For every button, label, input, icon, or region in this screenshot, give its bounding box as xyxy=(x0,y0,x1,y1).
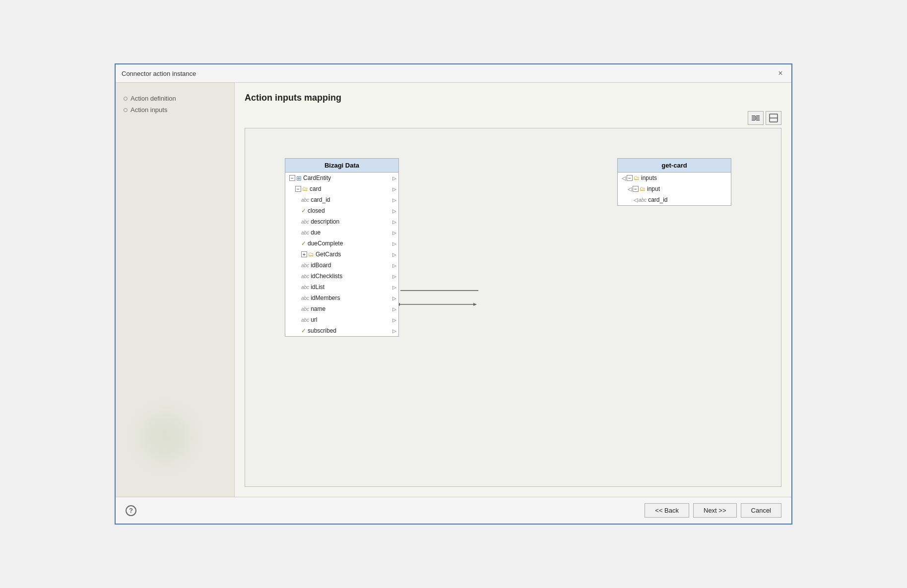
folder-icon: 🗂 xyxy=(634,175,640,181)
item-label: idMembers xyxy=(311,294,340,301)
tree-item-url[interactable]: abc url ▷ xyxy=(285,314,398,325)
tree-item-subscribed[interactable]: ✓ subscribed ▷ xyxy=(285,325,398,336)
footer-left: ? xyxy=(126,505,136,516)
item-label: card xyxy=(310,185,321,192)
tree-item-inputs[interactable]: ◁ − 🗂 inputs xyxy=(618,173,731,183)
arrow-icon[interactable]: ▷ xyxy=(392,197,396,203)
sidebar: Action definition Action inputs xyxy=(116,83,235,497)
arrow-icon[interactable]: ▷ xyxy=(392,241,396,246)
arrow-icon[interactable]: ▷ xyxy=(392,274,396,279)
tree-item-idlist[interactable]: abc idList ▷ xyxy=(285,282,398,293)
tree-item-cardentity[interactable]: − ⊞ CardEntity ▷ xyxy=(285,173,398,183)
abc-icon: abc xyxy=(639,197,647,203)
auto-map-button[interactable] xyxy=(748,111,764,125)
next-button[interactable]: Next >> xyxy=(693,503,737,518)
folder-icon: 🗂 xyxy=(640,185,646,192)
sidebar-item-action-definition[interactable]: Action definition xyxy=(124,93,226,104)
arrow-icon[interactable]: ▷ xyxy=(392,328,396,334)
tree-item-card-id[interactable]: abc card_id ▷ xyxy=(285,194,398,205)
arrow-icon[interactable]: ▷ xyxy=(392,186,396,192)
sidebar-dot xyxy=(124,108,128,112)
tree-item-getcards[interactable]: + 🗂 GetCards ▷ xyxy=(285,249,398,260)
abc-icon: abc xyxy=(301,285,309,290)
abc-icon: abc xyxy=(301,230,309,235)
sidebar-item-label: Action inputs xyxy=(130,106,167,114)
get-card-panel: get-card ◁ − 🗂 inputs ◁ − 🗂 xyxy=(617,158,731,206)
svg-rect-2 xyxy=(752,119,755,120)
item-label: input xyxy=(647,185,660,192)
expand-getcards[interactable]: + xyxy=(301,251,307,257)
arrow-icon[interactable]: ▷ xyxy=(392,317,396,323)
expand-input[interactable]: − xyxy=(633,186,639,192)
expand-cardentity[interactable]: − xyxy=(289,175,295,181)
left-arrow: ◁ xyxy=(634,197,638,203)
tree-item-card[interactable]: − 🗂 card ▷ xyxy=(285,183,398,194)
table-icon: ⊞ xyxy=(296,175,302,182)
check-icon: ✓ xyxy=(301,207,306,214)
abc-icon: abc xyxy=(301,317,309,323)
item-label: idBoard xyxy=(311,262,331,269)
folder-icon: 🗂 xyxy=(302,185,308,192)
item-label: description xyxy=(311,218,339,225)
cancel-button[interactable]: Cancel xyxy=(741,503,781,518)
get-card-panel-header: get-card xyxy=(618,159,731,173)
bizagi-panel-header: Bizagi Data xyxy=(285,159,398,173)
tree-item-duecomplete[interactable]: ✓ dueComplete ▷ xyxy=(285,238,398,249)
item-label: GetCards xyxy=(316,251,341,258)
abc-icon: abc xyxy=(301,295,309,301)
back-button[interactable]: << Back xyxy=(645,503,689,518)
tree-item-closed[interactable]: ✓ closed ▷ xyxy=(285,205,398,216)
item-label: dueComplete xyxy=(308,240,343,247)
tree-item-input[interactable]: ◁ − 🗂 input xyxy=(618,183,731,194)
svg-marker-10 xyxy=(473,303,477,306)
mapping-canvas: Bizagi Data − ⊞ CardEntity ▷ − 🗂 car xyxy=(245,128,781,486)
tree-item-idboard[interactable]: abc idBoard ▷ xyxy=(285,260,398,271)
item-label: idChecklists xyxy=(311,273,342,280)
abc-icon: abc xyxy=(301,197,309,203)
check-icon: ✓ xyxy=(301,327,306,334)
left-arrow: ◁ xyxy=(622,175,626,181)
page-title: Action inputs mapping xyxy=(245,93,781,103)
abc-icon: abc xyxy=(301,219,309,225)
tree-item-idmembers[interactable]: abc idMembers ▷ xyxy=(285,293,398,303)
svg-rect-1 xyxy=(752,118,755,118)
arrow-icon[interactable]: ▷ xyxy=(392,263,396,268)
item-label: subscribed xyxy=(308,327,336,334)
arrow-icon[interactable]: ▷ xyxy=(392,219,396,225)
mapping-canvas-area: Bizagi Data − ⊞ CardEntity ▷ − 🗂 car xyxy=(245,128,781,487)
item-label: due xyxy=(311,229,321,236)
sidebar-dot xyxy=(124,97,128,101)
arrow-icon[interactable]: ▷ xyxy=(392,208,396,214)
sidebar-item-label: Action definition xyxy=(130,95,176,102)
abc-icon: abc xyxy=(301,263,309,268)
arrow-icon[interactable]: ▷ xyxy=(392,295,396,301)
help-button[interactable]: ? xyxy=(126,505,136,516)
tree-item-description[interactable]: abc description ▷ xyxy=(285,216,398,227)
arrow-icon[interactable]: ▷ xyxy=(392,176,396,181)
arrow-icon[interactable]: ▷ xyxy=(392,252,396,257)
expand-inputs[interactable]: − xyxy=(627,175,633,181)
left-arrow: ◁ xyxy=(628,186,632,192)
svg-rect-5 xyxy=(756,119,760,120)
item-label: name xyxy=(311,305,325,312)
footer-buttons: << Back Next >> Cancel xyxy=(645,503,781,518)
sidebar-item-action-inputs[interactable]: Action inputs xyxy=(124,104,226,116)
expand-card[interactable]: − xyxy=(295,186,301,192)
tree-item-due[interactable]: abc due ▷ xyxy=(285,227,398,238)
tree-item-name[interactable]: abc name ▷ xyxy=(285,303,398,314)
dialog-footer: ? << Back Next >> Cancel xyxy=(116,497,791,524)
item-label: card_id xyxy=(311,196,330,203)
close-button[interactable]: × xyxy=(776,68,785,78)
arrow-icon[interactable]: ▷ xyxy=(392,230,396,235)
item-label: idList xyxy=(311,284,324,291)
connector-dialog: Connector action instance × Action defin… xyxy=(115,63,792,525)
arrow-icon[interactable]: ▷ xyxy=(392,285,396,290)
check-icon: ✓ xyxy=(301,240,306,247)
item-label: url xyxy=(311,316,317,323)
tree-item-right-card-id[interactable]: ◁ abc card_id xyxy=(618,194,731,205)
view-toggle-button[interactable] xyxy=(766,111,781,125)
folder-icon: 🗂 xyxy=(308,251,314,258)
dialog-body: Action definition Action inputs Action i… xyxy=(116,83,791,497)
arrow-icon[interactable]: ▷ xyxy=(392,306,396,312)
tree-item-idchecklists[interactable]: abc idChecklists ▷ xyxy=(285,271,398,282)
